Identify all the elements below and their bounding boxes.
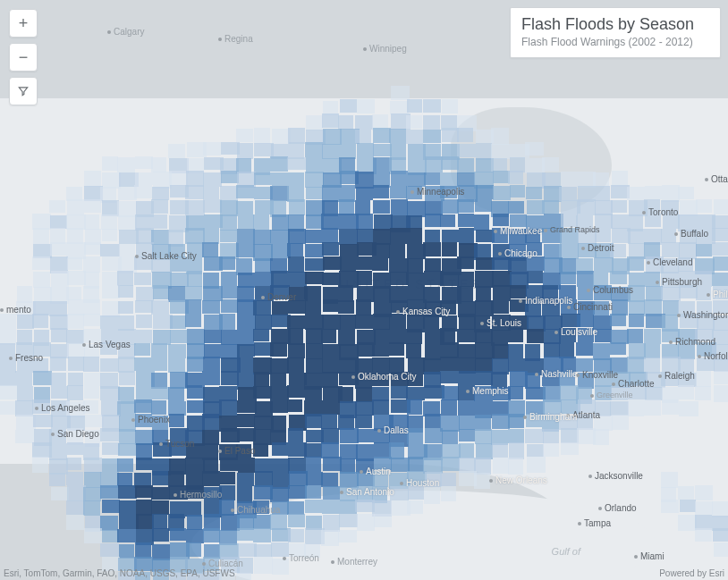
- choropleth-cell: [203, 528, 220, 542]
- choropleth-cell: [151, 343, 167, 357]
- choropleth-cell: [152, 416, 168, 430]
- choropleth-cell: [134, 357, 151, 371]
- map-root[interactable]: United States Gulf of CalgaryReginaWinni…: [0, 0, 728, 580]
- choropleth-cell: [187, 329, 205, 345]
- choropleth-cell: [560, 228, 579, 244]
- choropleth-cell: [236, 129, 253, 142]
- choropleth-cell: [253, 443, 268, 457]
- choropleth-cell: [357, 99, 375, 113]
- choropleth-cell: [66, 330, 84, 344]
- choropleth-cell: [151, 214, 167, 229]
- choropleth-cell: [508, 171, 523, 184]
- choropleth-cell: [170, 256, 186, 272]
- choropleth-cell: [340, 444, 358, 459]
- choropleth-cell: [389, 129, 406, 143]
- choropleth-cell: [440, 473, 456, 486]
- choropleth-cell: [203, 187, 219, 199]
- choropleth-cell: [355, 130, 371, 143]
- choropleth-cell: [543, 443, 559, 457]
- choropleth-cell: [561, 357, 576, 373]
- choropleth-cell: [340, 428, 359, 443]
- choropleth-cell: [118, 301, 133, 314]
- choropleth-cell: [67, 442, 83, 455]
- choropleth-cell: [287, 157, 306, 170]
- choropleth-cell: [323, 299, 338, 312]
- choropleth-cell: [50, 242, 66, 256]
- filter-button[interactable]: [9, 77, 38, 105]
- choropleth-cell: [389, 314, 406, 329]
- choropleth-cell: [374, 457, 392, 470]
- choropleth-cell: [270, 386, 289, 399]
- choropleth-cell: [306, 328, 323, 344]
- choropleth-layer: [0, 0, 728, 580]
- choropleth-cell: [678, 385, 694, 399]
- choropleth-cell: [457, 344, 476, 358]
- choropleth-cell: [440, 300, 456, 315]
- choropleth-cell: [237, 143, 253, 159]
- choropleth-cell: [372, 243, 390, 258]
- choropleth-cell: [100, 342, 117, 355]
- choropleth-cell: [220, 186, 238, 200]
- choropleth-cell: [442, 99, 458, 113]
- choropleth-cell: [170, 528, 186, 541]
- choropleth-cell: [577, 199, 596, 215]
- choropleth-cell: [135, 172, 153, 185]
- choropleth-cell: [102, 500, 120, 513]
- choropleth-cell: [372, 372, 389, 386]
- choropleth-cell: [595, 329, 612, 342]
- choropleth-cell: [510, 285, 527, 298]
- choropleth-cell: [663, 214, 680, 229]
- choropleth-cell: [372, 357, 390, 372]
- choropleth-cell: [493, 186, 511, 200]
- choropleth-cell: [491, 158, 507, 172]
- choropleth-cell: [152, 528, 169, 542]
- choropleth-cell: [253, 500, 269, 514]
- choropleth-cell: [135, 300, 153, 313]
- choropleth-cell: [339, 229, 358, 245]
- choropleth-cell: [117, 157, 135, 172]
- choropleth-cell: [83, 500, 100, 516]
- choropleth-cell: [628, 229, 644, 244]
- choropleth-cell: [32, 457, 48, 473]
- choropleth-cell: [356, 299, 371, 315]
- choropleth-cell: [136, 315, 152, 328]
- choropleth-cell: [321, 530, 339, 546]
- choropleth-cell: [424, 172, 440, 185]
- choropleth-cell: [151, 500, 169, 515]
- choropleth-cell: [423, 242, 441, 256]
- choropleth-cell: [33, 342, 51, 357]
- choropleth-cell: [612, 415, 629, 430]
- choropleth-cell: [168, 144, 185, 158]
- choropleth-cell: [373, 314, 390, 330]
- choropleth-cell: [220, 230, 237, 242]
- choropleth-cell: [680, 500, 696, 512]
- zoom-out-button[interactable]: −: [9, 43, 38, 71]
- choropleth-cell: [406, 343, 421, 358]
- choropleth-cell: [542, 157, 559, 172]
- choropleth-cell: [593, 172, 609, 187]
- choropleth-cell: [170, 315, 186, 329]
- choropleth-cell: [321, 473, 338, 487]
- zoom-in-button[interactable]: +: [9, 9, 38, 38]
- choropleth-cell: [441, 486, 456, 501]
- choropleth-cell: [407, 372, 423, 386]
- choropleth-cell: [525, 429, 544, 443]
- choropleth-cell: [238, 214, 254, 229]
- choropleth-cell: [66, 515, 84, 530]
- choropleth-cell: [406, 130, 423, 144]
- choropleth-cell: [390, 101, 409, 114]
- choropleth-cell: [221, 171, 239, 183]
- choropleth-cell: [151, 300, 169, 315]
- choropleth-cell: [100, 358, 119, 372]
- choropleth-cell: [357, 229, 373, 243]
- choropleth-cell: [440, 357, 459, 371]
- choropleth-cell: [170, 330, 187, 343]
- choropleth-cell: [221, 285, 237, 298]
- choropleth-cell: [135, 414, 152, 427]
- choropleth-cell: [628, 399, 644, 416]
- choropleth-cell: [527, 242, 542, 256]
- choropleth-cell: [595, 401, 611, 416]
- choropleth-cell: [407, 399, 422, 415]
- choropleth-cell: [457, 144, 476, 157]
- choropleth-cell: [578, 287, 593, 300]
